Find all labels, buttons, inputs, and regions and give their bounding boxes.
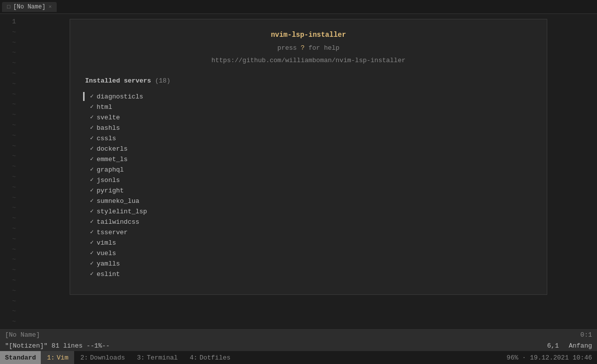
tilde-24: ~ <box>4 255 16 265</box>
panel-title: nvim-lsp-installer <box>85 29 532 40</box>
tab-close-button[interactable]: × <box>48 4 52 10</box>
tilde-25: ~ <box>4 265 16 275</box>
tilde-26: ~ <box>4 275 16 286</box>
tilde-14: ~ <box>4 151 16 162</box>
tilde-5: ~ <box>4 58 16 69</box>
tilde-19: ~ <box>4 203 16 213</box>
status-bar-2: "[Notizen]" 81 lines --1%-- 6,1 Anfang <box>0 340 597 351</box>
tilde-12: ~ <box>4 131 16 141</box>
tilde-11: ~ <box>4 120 16 131</box>
status-right-1: 0:1 <box>581 331 592 339</box>
tab-label: [No Name] <box>13 3 46 10</box>
installed-count: (18) <box>155 77 170 85</box>
server-name: emmet_ls <box>97 154 127 165</box>
bottom-tab-terminal[interactable]: 3:Terminal <box>131 351 184 364</box>
tab-label: Terminal <box>147 354 178 362</box>
status-bar-1: [No Name] 0:1 <box>0 329 597 340</box>
server-item: ✓html <box>90 102 532 112</box>
lsp-panel: nvim-lsp-installer press ? for help http… <box>70 19 547 295</box>
editor-area: 1 ~ ~ ~ ~ ~ ~ ~ ~ ~ ~ ~ ~ ~ ~ ~ ~ ~ ~ ~ … <box>0 14 597 329</box>
server-item: ✓dockerls <box>90 144 532 154</box>
server-name: bashls <box>97 123 120 133</box>
line-numbers: 1 ~ ~ ~ ~ ~ ~ ~ ~ ~ ~ ~ ~ ~ ~ ~ ~ ~ ~ ~ … <box>0 14 20 329</box>
editor-tab[interactable]: □ [No Name] × <box>2 2 57 12</box>
server-name: stylelint_lsp <box>97 206 147 217</box>
tab-num: 4: <box>190 354 198 362</box>
bottom-tabs: 1:Vim2:Downloads3:Terminal4:Dotfiles <box>41 351 236 364</box>
server-item: ✓yamlls <box>90 259 532 269</box>
tab-label: Vim <box>57 354 68 362</box>
status-left-1: [No Name] <box>5 331 40 339</box>
server-name: jsonls <box>97 175 120 185</box>
tab-line-right-text: 96% · 19.12.2021 10:46 <box>506 354 592 362</box>
server-name: tsserver <box>97 227 127 238</box>
server-item: ✓cssls <box>90 133 532 144</box>
bottom-tab-downloads[interactable]: 2:Downloads <box>74 351 131 364</box>
server-name: eslint <box>97 269 120 279</box>
check-icon: ✓ <box>90 217 94 227</box>
tilde-3: ~ <box>4 38 16 48</box>
server-name: yamlls <box>97 259 120 269</box>
installed-label: Installed servers <box>85 77 151 85</box>
server-item: ✓jsonls <box>90 175 532 185</box>
check-icon: ✓ <box>90 259 94 269</box>
cursor-position: 6,1 <box>547 342 559 350</box>
tilde-6: ~ <box>4 69 16 79</box>
check-icon: ✓ <box>90 175 94 185</box>
check-icon: ✓ <box>90 165 94 175</box>
check-icon: ✓ <box>90 91 94 102</box>
check-icon: ✓ <box>90 133 94 144</box>
server-item: ✓tailwindcss <box>90 217 532 227</box>
line-1: 1 <box>4 17 16 27</box>
server-name: cssls <box>97 133 116 144</box>
check-icon: ✓ <box>90 196 94 206</box>
server-name: diagnosticls <box>97 91 143 102</box>
tab-label: Downloads <box>90 354 125 362</box>
server-list: ✓diagnosticls✓html✓svelte✓bashls✓cssls✓d… <box>90 91 532 279</box>
tilde-9: ~ <box>4 99 16 110</box>
tilde-8: ~ <box>4 90 16 100</box>
tilde-27: ~ <box>4 286 16 296</box>
tab-label: Dotfiles <box>199 354 230 362</box>
tab-num: 2: <box>80 354 88 362</box>
bottom-tab-vim[interactable]: 1:Vim <box>41 351 74 364</box>
editor-content: nvim-lsp-installer press ? for help http… <box>20 14 597 329</box>
tilde-7: ~ <box>4 79 16 90</box>
bottom-tab-dotfiles[interactable]: 4:Dotfiles <box>184 351 236 364</box>
tilde-20: ~ <box>4 213 16 224</box>
server-name: sumneko_lua <box>97 196 139 206</box>
tilde-29: ~ <box>4 306 16 317</box>
server-item: ✓bashls <box>90 123 532 133</box>
check-icon: ✓ <box>90 206 94 217</box>
tilde-30: ~ <box>4 317 16 327</box>
tilde-23: ~ <box>4 245 16 255</box>
panel-url: https://github.com/williamboman/nvim-lsp… <box>85 56 532 66</box>
file-icon: □ <box>7 4 10 10</box>
bottom-tab-line: Standard 1:Vim2:Downloads3:Terminal4:Dot… <box>0 351 597 364</box>
server-name: graphql <box>97 165 124 175</box>
server-name: dockerls <box>97 144 127 154</box>
check-icon: ✓ <box>90 269 94 279</box>
check-icon: ✓ <box>90 227 94 238</box>
tilde-17: ~ <box>4 182 16 193</box>
check-icon: ✓ <box>90 154 94 165</box>
server-item: ✓emmet_ls <box>90 154 532 165</box>
installed-header: Installed servers (18) <box>85 76 532 87</box>
server-item: ✓tsserver <box>90 227 532 238</box>
check-icon: ✓ <box>90 144 94 154</box>
check-icon: ✓ <box>90 185 94 196</box>
server-item: ✓stylelint_lsp <box>90 206 532 217</box>
tilde-21: ~ <box>4 224 16 234</box>
panel-help-prefix: press <box>278 44 301 52</box>
tilde-22: ~ <box>4 234 16 245</box>
tab-num: 1: <box>47 354 55 362</box>
mode-indicator: Standard <box>0 351 41 364</box>
cursor-block <box>83 92 85 101</box>
check-icon: ✓ <box>90 102 94 112</box>
tab-num: 3: <box>137 354 145 362</box>
check-icon: ✓ <box>90 248 94 259</box>
server-name: tailwindcss <box>97 217 139 227</box>
server-item: ✓sumneko_lua <box>90 196 532 206</box>
server-item: ✓vuels <box>90 248 532 259</box>
server-item: ✓diagnosticls <box>90 91 532 102</box>
